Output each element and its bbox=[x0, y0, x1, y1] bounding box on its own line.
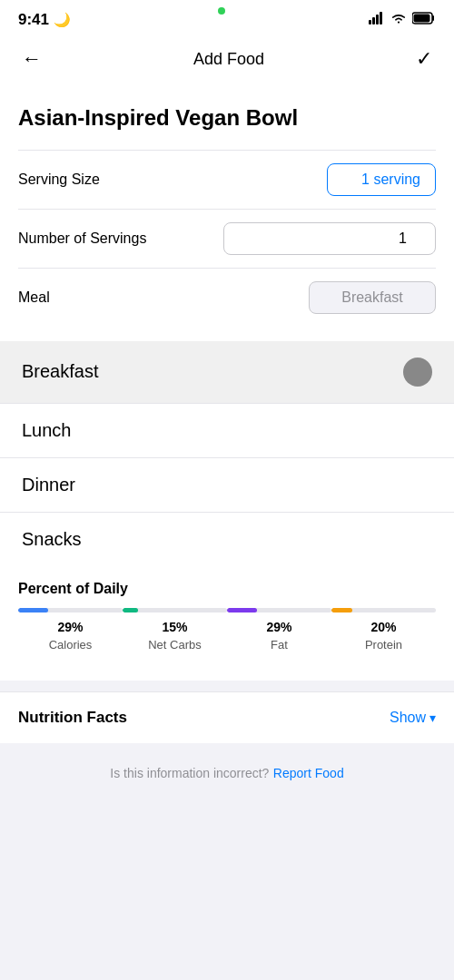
calories-pct: 29% bbox=[57, 620, 83, 634]
svg-rect-2 bbox=[376, 15, 379, 24]
dropdown-item-label-dinner: Dinner bbox=[22, 475, 75, 495]
nav-bar: ← Add Food ✓ bbox=[0, 34, 454, 87]
svg-rect-3 bbox=[380, 12, 382, 24]
report-food-link[interactable]: Report Food bbox=[273, 766, 344, 780]
netcarbs-name: Net Carbs bbox=[148, 638, 202, 652]
netcarbs-pct: 15% bbox=[162, 620, 187, 634]
protein-pct: 20% bbox=[370, 620, 396, 634]
battery-icon bbox=[412, 12, 436, 28]
signal-icon bbox=[369, 12, 385, 28]
nutrition-section: Percent of Daily 29% Calories 15% Net Ca… bbox=[0, 566, 454, 681]
servings-label: Number of Servings bbox=[18, 230, 146, 247]
chevron-down-icon: ▾ bbox=[429, 710, 436, 725]
progress-col-netcarbs: 15% Net Carbs bbox=[123, 608, 227, 652]
protein-name: Protein bbox=[365, 638, 402, 652]
footer-section: Is this information incorrect? Report Fo… bbox=[0, 743, 454, 803]
servings-input[interactable] bbox=[223, 222, 436, 255]
meal-row: Meal Breakfast bbox=[18, 269, 436, 327]
meal-label: Meal bbox=[18, 289, 50, 306]
servings-row: Number of Servings bbox=[18, 210, 436, 269]
status-bar: 9:41 🌙 bbox=[0, 0, 454, 34]
calories-fill bbox=[18, 608, 48, 612]
show-nutrition-button[interactable]: Show ▾ bbox=[390, 710, 436, 726]
percent-daily-title: Percent of Daily bbox=[18, 581, 436, 597]
dropdown-item-snacks[interactable]: Snacks bbox=[0, 513, 454, 566]
dropdown-item-lunch[interactable]: Lunch bbox=[0, 404, 454, 458]
calories-name: Calories bbox=[49, 638, 93, 652]
moon-icon: 🌙 bbox=[54, 12, 71, 28]
fat-fill bbox=[227, 608, 257, 612]
meal-dropdown: Breakfast Lunch Dinner Snacks bbox=[0, 341, 454, 566]
fat-pct: 29% bbox=[266, 620, 291, 634]
meal-selector-button[interactable]: Breakfast bbox=[309, 281, 436, 314]
progress-col-protein: 20% Protein bbox=[331, 608, 436, 652]
progress-col-calories: 29% Calories bbox=[18, 608, 123, 652]
incorrect-text: Is this information incorrect? bbox=[110, 766, 269, 780]
dropdown-item-dinner[interactable]: Dinner bbox=[0, 458, 454, 513]
main-content: Asian-Inspired Vegan Bowl Serving Size 1… bbox=[0, 87, 454, 341]
nutrition-facts-row: Nutrition Facts Show ▾ bbox=[0, 691, 454, 743]
dropdown-item-label-snacks: Snacks bbox=[22, 529, 82, 550]
fat-name: Fat bbox=[271, 638, 288, 652]
dropdown-container: Breakfast Lunch Dinner Snacks bbox=[0, 341, 454, 566]
food-title: Asian-Inspired Vegan Bowl bbox=[18, 105, 436, 132]
spacer bbox=[0, 803, 454, 980]
fat-track bbox=[227, 608, 331, 612]
wifi-icon bbox=[390, 12, 407, 28]
dropdown-item-breakfast[interactable]: Breakfast bbox=[0, 341, 454, 404]
dropdown-item-label-lunch: Lunch bbox=[22, 420, 72, 441]
status-icons bbox=[369, 12, 436, 28]
netcarbs-fill bbox=[123, 608, 138, 612]
back-button[interactable]: ← bbox=[18, 44, 45, 74]
status-time: 9:41 bbox=[18, 11, 49, 29]
serving-size-row: Serving Size 1 serving bbox=[18, 151, 436, 210]
green-dot bbox=[218, 7, 225, 15]
nutrition-facts-label: Nutrition Facts bbox=[18, 709, 127, 727]
protein-fill bbox=[331, 608, 352, 612]
netcarbs-track bbox=[123, 608, 227, 612]
svg-rect-5 bbox=[414, 15, 430, 23]
progress-bars: 29% Calories 15% Net Carbs 29% Fat bbox=[18, 608, 436, 652]
page-title: Add Food bbox=[193, 50, 264, 69]
progress-col-fat: 29% Fat bbox=[227, 608, 331, 652]
calories-track bbox=[18, 608, 123, 612]
svg-rect-1 bbox=[372, 17, 375, 24]
confirm-button[interactable]: ✓ bbox=[412, 44, 436, 74]
svg-rect-0 bbox=[369, 20, 371, 24]
dropdown-thumb bbox=[403, 358, 432, 387]
dropdown-item-label-breakfast: Breakfast bbox=[22, 361, 98, 382]
protein-track bbox=[331, 608, 436, 612]
show-label: Show bbox=[390, 710, 426, 726]
serving-size-button[interactable]: 1 serving bbox=[327, 163, 436, 196]
serving-size-label: Serving Size bbox=[18, 172, 100, 188]
